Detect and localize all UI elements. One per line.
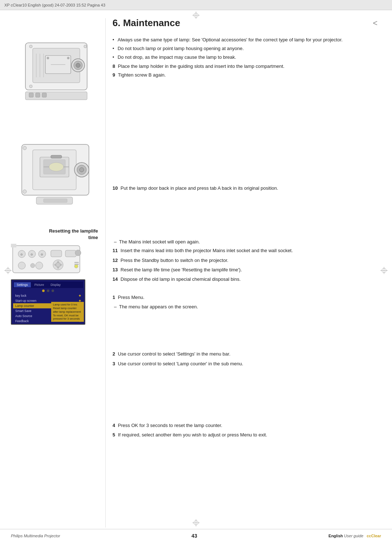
resetting-steps: 1 Press Menu. The menu bar appears on th… <box>113 294 377 310</box>
image-spacer-4 <box>113 315 377 351</box>
svg-point-63 <box>30 263 35 268</box>
footer-product-2: cClear <box>369 534 381 538</box>
svg-point-70 <box>56 263 60 267</box>
step-9: 9 Tighten screw B again. <box>113 72 377 78</box>
image-spacer-1 <box>113 82 377 180</box>
image-spacer-2 <box>113 195 377 239</box>
svg-point-47 <box>23 190 26 193</box>
image-spacer-5 <box>113 371 377 422</box>
right-column: 6. Maintenance < Always use the same typ… <box>105 10 392 542</box>
left-column: M Resetting the lamplife time ⊙ ⊙ ⊙ <box>0 10 105 542</box>
menu-tab-display: Display <box>48 282 64 287</box>
svg-point-61 <box>18 262 25 269</box>
menu-tabs: Settings Picture Display <box>13 282 83 288</box>
footer-brand: Philips Multimedia Projector <box>11 534 60 538</box>
reset-dash-1: The menu bar appears on the screen. <box>113 304 377 310</box>
bullet-item-1: Always use the same type of lamp: See 'O… <box>113 37 377 43</box>
svg-rect-58 <box>51 250 62 257</box>
steps-2-3: 2 Use cursor control to select 'Settings… <box>113 351 377 367</box>
projector-image-bottom: M <box>15 141 98 224</box>
svg-point-45 <box>79 168 84 172</box>
steps-after-10: The Mains inlet socket will open again. … <box>113 239 377 283</box>
header-bar: XP cClear10 English (good) 24-07-2003 15… <box>0 0 392 10</box>
svg-point-30 <box>84 45 87 48</box>
footer-page-num: 43 <box>192 533 197 539</box>
reset-step-5: 5 If required, select another item you w… <box>113 432 377 438</box>
svg-rect-50 <box>44 199 67 202</box>
svg-point-60 <box>75 250 81 256</box>
dash-item-1: The Mains inlet socket will open again. <box>113 239 377 245</box>
tooltip-lampcounter: Lamp used for 0 hrs Reset lamp counter a… <box>51 302 84 322</box>
svg-point-29 <box>29 85 32 88</box>
footer-language: English <box>328 534 343 538</box>
header-text: XP cClear10 English (good) 24-07-2003 15… <box>4 3 105 7</box>
reset-step-4: 4 Press OK for 3 seconds to reset the la… <box>113 422 377 429</box>
section-number: 6. <box>113 17 121 28</box>
svg-rect-59 <box>65 250 76 257</box>
bullet-item-3: Do not drop, as the impact may cause the… <box>113 54 377 61</box>
svg-rect-33 <box>36 93 40 97</box>
svg-rect-31 <box>25 92 87 100</box>
svg-point-71 <box>74 264 78 268</box>
svg-point-64 <box>36 262 43 269</box>
svg-point-16 <box>76 63 80 67</box>
menu-tab-settings: Settings <box>14 282 31 287</box>
svg-rect-32 <box>29 93 33 97</box>
menu-row-lampcounter: Lamp counter◆ Lamp used for 0 hrs Reset … <box>13 303 83 308</box>
reset-step-2: 2 Use cursor control to select 'Settings… <box>113 351 377 357</box>
reset-step-1: 1 Press Menu. <box>113 294 377 301</box>
resetting-label: Resetting the lamplife time <box>11 228 102 241</box>
svg-point-28 <box>29 45 32 48</box>
svg-point-46 <box>23 146 26 150</box>
svg-text:⊙: ⊙ <box>41 253 43 256</box>
image-spacer-3 <box>113 287 377 294</box>
svg-text:⊙: ⊙ <box>30 253 33 256</box>
section-heading: 6. Maintenance < <box>113 17 377 30</box>
main-content: M Resetting the lamplife time ⊙ ⊙ ⊙ <box>0 10 392 542</box>
steps-4-5: 4 Press OK for 3 seconds to reset the la… <box>113 422 377 438</box>
svg-rect-42 <box>51 155 62 158</box>
step-8: 8 Place the lamp holder in the guiding s… <box>113 63 377 70</box>
menu-screenshot: Settings Picture Display key lock◆ Start… <box>11 279 85 325</box>
step-11: 11 Insert the mains lead into both the p… <box>113 247 377 254</box>
step-14: 14 Dispose of the old lamp in special ch… <box>113 276 377 283</box>
remote-image: ⊙ ⊙ ⊙ <box>11 244 83 276</box>
svg-rect-73 <box>74 264 79 265</box>
svg-point-39 <box>49 163 64 171</box>
section-title-text: Maintenance <box>123 17 180 28</box>
footer-lang-guide: English User guide ccClear <box>328 534 381 538</box>
svg-text:⊙: ⊙ <box>20 253 23 256</box>
menu-row-keylock: key lock◆ <box>13 293 83 298</box>
step-10-area: 10 Put the lamp door back in place and p… <box>113 185 377 192</box>
bullet-item-2: Do not touch lamp or point lamp housing … <box>113 45 377 52</box>
reset-step-3: 3 Use cursor control to select 'Lamp cou… <box>113 361 377 367</box>
menu-tab-picture: Picture <box>32 282 47 287</box>
step-13: 13 Reset the lamp life time (see 'Resett… <box>113 267 377 273</box>
svg-rect-34 <box>42 93 46 97</box>
footer-guide-label: User guide <box>344 534 366 538</box>
step-12: 12 Press the Standby button to switch on… <box>113 257 377 264</box>
svg-rect-62 <box>11 244 16 247</box>
svg-rect-72 <box>74 262 79 263</box>
projector-image-top <box>15 36 98 148</box>
footer: Philips Multimedia Projector 43 English … <box>0 529 392 542</box>
step-10: 10 Put the lamp door back in place and p… <box>113 185 377 192</box>
back-arrow: < <box>373 19 377 28</box>
top-bullet-list: Always use the same type of lamp: See 'O… <box>113 37 377 78</box>
